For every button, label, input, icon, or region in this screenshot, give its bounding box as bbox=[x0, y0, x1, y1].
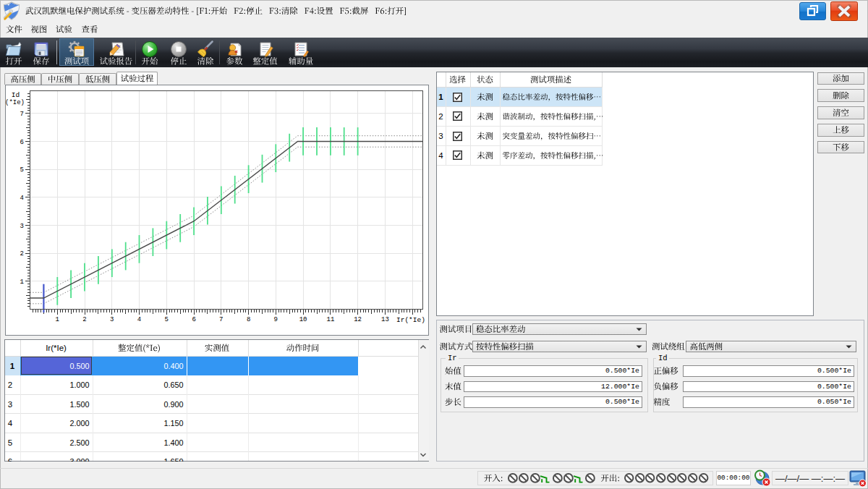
svg-text:7: 7 bbox=[219, 316, 223, 323]
svg-text:1: 1 bbox=[20, 278, 24, 286]
svg-text:2: 2 bbox=[20, 250, 24, 258]
svg-text:11: 11 bbox=[326, 316, 334, 323]
svg-text:2: 2 bbox=[82, 316, 86, 323]
svg-text:Ir(*Ie): Ir(*Ie) bbox=[396, 316, 425, 324]
svg-text:6: 6 bbox=[192, 316, 195, 323]
svg-text:6: 6 bbox=[20, 139, 24, 146]
svg-text:4: 4 bbox=[20, 195, 24, 202]
svg-text:13: 13 bbox=[381, 316, 389, 323]
svg-text:7: 7 bbox=[20, 111, 24, 118]
svg-text:4: 4 bbox=[137, 316, 141, 323]
svg-text:(*Ie): (*Ie) bbox=[6, 99, 25, 106]
svg-text:1: 1 bbox=[56, 316, 59, 323]
svg-text:Id: Id bbox=[12, 91, 20, 99]
svg-text:5: 5 bbox=[165, 316, 169, 323]
svg-text:3: 3 bbox=[110, 316, 114, 323]
svg-text:8: 8 bbox=[247, 316, 250, 323]
svg-text:10: 10 bbox=[299, 316, 307, 323]
svg-text:9: 9 bbox=[274, 316, 278, 323]
svg-text:12: 12 bbox=[354, 316, 362, 323]
svg-text:5: 5 bbox=[20, 166, 24, 174]
svg-text:3: 3 bbox=[20, 223, 24, 230]
